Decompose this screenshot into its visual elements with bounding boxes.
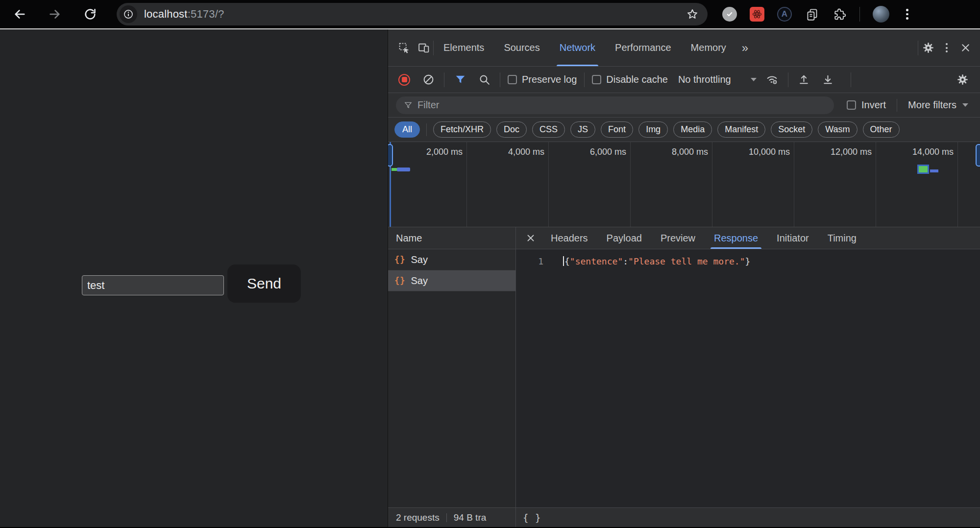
- profile-avatar[interactable]: [873, 6, 889, 23]
- device-toolbar-button[interactable]: [414, 38, 433, 58]
- timeline-request-bar-green: [917, 165, 929, 174]
- timeline-tick: 8,000 ms: [635, 147, 708, 157]
- disable-cache-control[interactable]: Disable cache: [592, 74, 668, 85]
- send-button[interactable]: Send: [227, 264, 301, 303]
- extensions-menu-button[interactable]: [832, 7, 847, 22]
- preserve-log-control[interactable]: Preserve log: [508, 74, 577, 85]
- timeline-request-bar-green: [392, 168, 397, 171]
- tab-preview[interactable]: Preview: [651, 227, 705, 249]
- json-file-icon: {}: [394, 276, 405, 286]
- tab-headers[interactable]: Headers: [541, 227, 597, 249]
- message-input[interactable]: [82, 275, 224, 295]
- reload-button[interactable]: [81, 5, 99, 23]
- chevron-double-right-icon: »: [742, 41, 748, 54]
- request-row-selected[interactable]: {} Say: [388, 270, 515, 291]
- export-har-button[interactable]: [820, 70, 836, 90]
- disable-cache-checkbox[interactable]: [592, 75, 601, 84]
- url-path: :5173/?: [188, 8, 224, 20]
- forward-button[interactable]: [46, 5, 64, 23]
- inspect-element-button[interactable]: [394, 38, 414, 58]
- request-name-column-header[interactable]: Name: [388, 227, 515, 249]
- inspect-icon: [398, 42, 410, 54]
- record-network-log-button[interactable]: [396, 70, 413, 90]
- invert-filter-control[interactable]: Invert: [847, 99, 886, 111]
- clear-network-log-button[interactable]: [420, 70, 437, 90]
- chip-img[interactable]: Img: [638, 121, 668, 138]
- timeline-tick: 12,000 ms: [798, 147, 872, 157]
- tab-network[interactable]: Network: [550, 29, 605, 66]
- atom-icon: [751, 8, 763, 20]
- browser-menu-button[interactable]: [902, 7, 912, 22]
- devtools-menu-button[interactable]: [938, 38, 956, 58]
- extension-clipboard-button[interactable]: [805, 7, 819, 22]
- browser-toolbar: localhost:5173/? A: [0, 0, 980, 29]
- network-overview-timeline[interactable]: 2,000 ms 4,000 ms 6,000 ms 8,000 ms 10,0…: [388, 142, 980, 227]
- response-body-view[interactable]: 1 {"sentence":"Please tell me more."}: [516, 249, 980, 507]
- network-search-button[interactable]: [476, 70, 492, 90]
- more-tabs-button[interactable]: »: [736, 41, 754, 55]
- reload-icon: [83, 7, 97, 21]
- address-bar[interactable]: localhost:5173/?: [117, 3, 708, 25]
- chip-other[interactable]: Other: [863, 121, 900, 138]
- tab-sources[interactable]: Sources: [494, 29, 549, 66]
- network-filter-bar: Invert More filters: [388, 93, 980, 118]
- filter-toggle-button[interactable]: [452, 70, 468, 90]
- text-cursor: [563, 256, 564, 266]
- url-host: localhost: [144, 8, 188, 20]
- timeline-left-handle[interactable]: [388, 144, 393, 167]
- timeline-right-handle[interactable]: [976, 144, 980, 167]
- chip-doc[interactable]: Doc: [496, 121, 527, 138]
- chip-media[interactable]: Media: [673, 121, 712, 138]
- tab-memory[interactable]: Memory: [681, 29, 736, 66]
- site-info-button[interactable]: [120, 5, 137, 23]
- funnel-icon: [454, 73, 466, 86]
- disable-cache-label: Disable cache: [606, 74, 668, 85]
- back-button[interactable]: [11, 5, 28, 23]
- close-icon: [525, 233, 536, 243]
- filter-input[interactable]: [417, 99, 826, 111]
- response-json-line: {"sentence":"Please tell me more."}: [563, 256, 750, 507]
- extension-a-button[interactable]: A: [777, 7, 792, 22]
- extension-check-button[interactable]: [722, 7, 737, 22]
- tab-timing[interactable]: Timing: [818, 227, 866, 249]
- tab-initiator[interactable]: Initiator: [767, 227, 818, 249]
- chip-socket[interactable]: Socket: [771, 121, 812, 138]
- tab-payload[interactable]: Payload: [597, 227, 651, 249]
- request-name: Say: [411, 275, 427, 287]
- chip-js[interactable]: JS: [570, 121, 595, 138]
- transferred-size: 94 B tra: [454, 512, 487, 523]
- bookmark-button[interactable]: [686, 8, 699, 21]
- chip-font[interactable]: Font: [601, 121, 633, 138]
- devtools-close-button[interactable]: [956, 38, 975, 58]
- chip-wasm[interactable]: Wasm: [818, 121, 857, 138]
- web-page: Send: [0, 29, 388, 527]
- response-footer: { }: [516, 508, 541, 527]
- browser-nav-buttons: [11, 5, 117, 23]
- network-status-bar: 2 requests 94 B tra { }: [388, 507, 980, 527]
- filter-field[interactable]: [396, 96, 834, 114]
- throttling-select[interactable]: No throttling: [678, 74, 757, 85]
- gear-icon: [922, 42, 934, 54]
- devtools-settings-button[interactable]: [918, 38, 938, 58]
- network-conditions-button[interactable]: [764, 70, 781, 90]
- close-detail-button[interactable]: [520, 228, 541, 248]
- chip-css[interactable]: CSS: [532, 121, 565, 138]
- invert-checkbox[interactable]: [847, 100, 856, 110]
- extension-react-devtools-button[interactable]: [750, 7, 764, 22]
- devices-icon: [417, 42, 430, 54]
- chip-all[interactable]: All: [394, 121, 420, 138]
- resource-type-filters: All Fetch/XHR Doc CSS JS Font Img Media …: [388, 118, 980, 142]
- preserve-log-checkbox[interactable]: [508, 75, 517, 84]
- import-har-button[interactable]: [796, 70, 812, 90]
- timeline-tick: 2,000 ms: [389, 147, 463, 157]
- chip-manifest[interactable]: Manifest: [717, 121, 765, 138]
- request-row[interactable]: {} Say: [388, 249, 515, 270]
- checkmark-icon: [725, 9, 735, 19]
- tab-performance[interactable]: Performance: [605, 29, 681, 66]
- chip-fetch-xhr[interactable]: Fetch/XHR: [433, 121, 491, 138]
- network-settings-button[interactable]: [953, 70, 972, 90]
- tab-response[interactable]: Response: [705, 227, 767, 249]
- pretty-print-button[interactable]: { }: [523, 512, 541, 523]
- more-filters-button[interactable]: More filters: [908, 99, 972, 111]
- tab-elements[interactable]: Elements: [434, 29, 494, 66]
